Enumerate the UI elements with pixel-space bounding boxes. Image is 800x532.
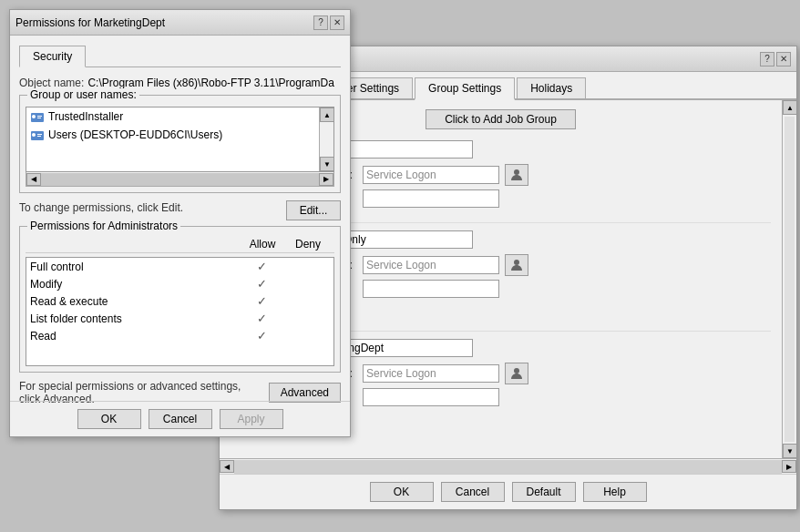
svg-point-4: [32, 115, 36, 118]
perm-name-modify: Modify: [30, 278, 239, 291]
list-item-trustedinstaller[interactable]: TrustedInstaller: [26, 107, 333, 126]
tab-holidays[interactable]: Holidays: [517, 77, 586, 98]
tab-security[interactable]: Security: [19, 46, 86, 67]
list-item-users[interactable]: Users (DESKTOP-EUDD6CI\Users): [26, 126, 333, 144]
h-scroll-right[interactable]: ▶: [782, 460, 796, 473]
h-scroll-left[interactable]: ◀: [220, 460, 234, 473]
permissions-table: Full control ✓ Modify ✓ Read & execute ✓…: [26, 257, 334, 366]
perm-row-modify: Modify ✓: [26, 275, 333, 292]
svg-point-2: [514, 368, 519, 373]
user-list-h-right[interactable]: ▶: [319, 173, 333, 186]
svg-point-0: [514, 169, 519, 175]
add-job-group-btn[interactable]: Click to Add Job Group: [426, 109, 576, 129]
perm-title-controls: ? ✕: [313, 15, 344, 30]
perm-row-readexecute: Read & execute ✓: [26, 292, 333, 310]
scroll-up-arrow[interactable]: ▲: [783, 100, 796, 115]
config-help-btn[interactable]: ?: [760, 52, 774, 66]
perm-content: Security Object name: C:\Program Files (…: [10, 36, 350, 414]
config-help-footer-btn[interactable]: Help: [583, 482, 647, 502]
perm-bottom-buttons: OK Cancel Apply: [10, 401, 350, 436]
perm-allow-fullcontrol: ✓: [239, 260, 284, 273]
perm-allow-readexecute: ✓: [239, 294, 284, 308]
perm-row-fullcontrol: Full control ✓: [26, 258, 333, 275]
perms-header-label: Permissions for Administrators: [27, 220, 180, 232]
perm-name-listfolder: List folder contents: [30, 312, 239, 325]
perm-row-listfolder: List folder contents ✓: [26, 310, 333, 327]
scroll-down-arrow[interactable]: ▼: [783, 444, 796, 458]
group-user-box: Group or user names: TrustedInstaller: [19, 95, 341, 193]
config-title-controls: ? ✕: [760, 52, 791, 66]
config-bottom-buttons: OK Cancel Default Help: [220, 474, 796, 509]
password-input-adminonly[interactable]: [363, 280, 499, 298]
password-input-default[interactable]: [363, 189, 499, 208]
config-scrollbar-h: ◀ ▶: [220, 458, 796, 474]
tab-group-settings[interactable]: Group Settings: [415, 77, 515, 100]
user-avatar-btn-marketingdept[interactable]: [505, 363, 528, 384]
run-as-input-adminonly[interactable]: [363, 256, 499, 274]
perm-allow-listfolder: ✓: [239, 312, 284, 325]
config-scrollbar-v: ▲ ▼: [782, 100, 796, 458]
user-icon-marketingdept: [509, 366, 524, 381]
perm-ok-btn[interactable]: OK: [77, 409, 141, 429]
perm-apply-btn[interactable]: Apply: [220, 409, 283, 429]
group-user-label: Group or user names:: [27, 88, 139, 101]
trustedinstaller-name: TrustedInstaller: [48, 110, 123, 123]
config-default-btn[interactable]: Default: [512, 482, 576, 502]
perm-close-btn[interactable]: ✕: [330, 15, 344, 30]
perm-row-read: Read ✓: [26, 327, 333, 344]
user-list-scrollbar: ▲ ▼: [319, 107, 333, 171]
config-cancel-btn[interactable]: Cancel: [441, 482, 505, 502]
user-avatar-btn-adminonly[interactable]: [505, 254, 528, 276]
user-list-h-left[interactable]: ◀: [26, 173, 41, 186]
user-icon-default: [509, 168, 524, 182]
users-icon: [30, 128, 45, 142]
user-list-h-scroll: ◀ ▶: [26, 172, 334, 187]
user-list-scroll-up[interactable]: ▲: [320, 107, 334, 122]
perm-name-fullcontrol: Full control: [30, 261, 239, 273]
user-icon-trustedinstaller: [30, 109, 45, 124]
user-icon-adminonly: [509, 258, 524, 272]
users-name: Users (DESKTOP-EUDD6CI\Users): [48, 128, 222, 141]
h-scroll-track: [234, 460, 782, 474]
run-as-input-marketingdept[interactable]: [363, 364, 499, 383]
perm-allow-modify: ✓: [239, 277, 284, 291]
perm-title-bar: Permissions for MarketingDept ? ✕: [10, 10, 350, 36]
svg-point-1: [514, 260, 519, 265]
allow-col-header: Allow: [240, 238, 285, 251]
object-name-value: C:\Program Files (x86)\Robo-FTP 3.11\Pro…: [87, 77, 334, 89]
perm-title: Permissions for MarketingDept: [15, 16, 165, 29]
perm-table-header: Allow Deny: [26, 236, 334, 253]
user-avatar-btn-default[interactable]: [505, 164, 528, 186]
config-ok-btn[interactable]: OK: [370, 482, 434, 502]
config-close-btn[interactable]: ✕: [776, 52, 791, 66]
edit-row: To change permissions, click Edit. Edit.…: [19, 200, 341, 220]
user-list-scroll-down[interactable]: ▼: [320, 157, 334, 171]
run-as-input-default[interactable]: [363, 166, 499, 184]
user-list: TrustedInstaller Users (DESKTOP-EUDD6CI\…: [26, 107, 334, 172]
permissions-window: Permissions for MarketingDept ? ✕ Securi…: [9, 9, 351, 437]
perm-name-readexecute: Read & execute: [30, 295, 239, 308]
perm-allow-read: ✓: [239, 329, 284, 343]
user-list-h-track: [41, 173, 319, 186]
change-hint: To change permissions, click Edit.: [19, 201, 183, 214]
object-name-label: Object name:: [19, 77, 84, 89]
perm-tab-bar: Security: [19, 45, 341, 67]
advanced-btn[interactable]: Advanced: [269, 383, 341, 403]
perm-help-btn[interactable]: ?: [313, 15, 328, 30]
svg-point-6: [32, 133, 36, 137]
password-input-marketingdept[interactable]: [363, 388, 499, 406]
object-name-row: Object name: C:\Program Files (x86)\Robo…: [19, 77, 341, 89]
permissions-box: Permissions for Administrators Allow Den…: [19, 226, 341, 373]
edit-btn[interactable]: Edit...: [286, 200, 341, 220]
perm-name-read: Read: [30, 330, 239, 343]
deny-col-header: Deny: [285, 238, 331, 251]
perm-cancel-btn[interactable]: Cancel: [149, 409, 212, 429]
